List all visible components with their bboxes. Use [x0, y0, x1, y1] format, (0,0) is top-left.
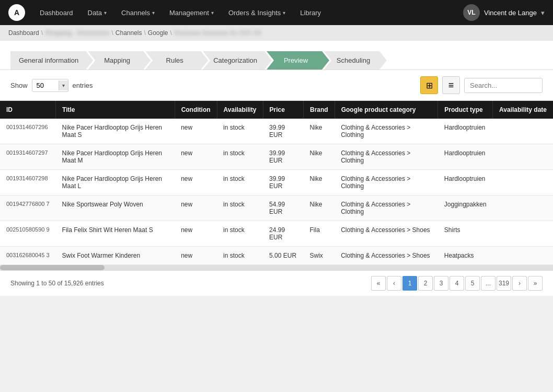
filter-icon: ≡: [448, 80, 454, 91]
breadcrumb-sep: \: [111, 29, 113, 37]
tab-scheduling[interactable]: Scheduling: [324, 51, 387, 70]
pagination-page-2[interactable]: 2: [418, 276, 433, 291]
cell-id: 0019314607297: [0, 144, 56, 170]
col-availability-date: Availability date: [493, 101, 553, 119]
table-row: 001942776800 7Nike Sportswear Poly Woven…: [0, 195, 553, 221]
search-input[interactable]: [464, 78, 543, 93]
tab-rules[interactable]: Rules: [145, 51, 208, 70]
nav-channels[interactable]: Channels ▾: [115, 6, 161, 20]
cell-price: 39.99 EUR: [263, 170, 303, 195]
cell-price: 5.00 EUR: [263, 247, 303, 265]
tab-mapping[interactable]: Mapping: [88, 51, 151, 70]
tab-preview[interactable]: Preview: [267, 51, 329, 70]
cell-availability-date: [493, 221, 553, 247]
cell-id: 0019314607298: [0, 170, 56, 195]
cell-title: Fila Felix Shirt Wit Heren Maat S: [56, 221, 175, 247]
cell-brand: Nike: [304, 195, 335, 221]
tabs-section: General information Mapping Rules Catego…: [0, 41, 553, 70]
cell-availability: in stock: [217, 195, 263, 221]
pagination-page-5[interactable]: 5: [465, 276, 480, 291]
pagination-first[interactable]: «: [371, 276, 386, 291]
grid-view-button[interactable]: ⊞: [420, 76, 438, 94]
cell-condition: new: [175, 221, 217, 247]
col-price: Price: [263, 101, 303, 119]
breadcrumb-dashboard[interactable]: Dashboard: [8, 29, 39, 37]
cell-id: 001942776800 7: [0, 195, 56, 221]
cell-google-category: Clothing & Accessories > Clothing: [335, 119, 438, 144]
data-table-wrap: ID Title Condition Availability Price Br…: [0, 101, 553, 265]
col-google-category: Google product category: [335, 101, 438, 119]
table-row: 0019314607298Nike Pacer Hardlooptop Grij…: [0, 170, 553, 195]
col-product-type: Product type: [438, 101, 493, 119]
cell-availability-date: [493, 195, 553, 221]
col-brand: Brand: [304, 101, 335, 119]
cell-condition: new: [175, 170, 217, 195]
pagination-page-4[interactable]: 4: [450, 276, 464, 291]
chevron-down-icon: ▾: [283, 10, 285, 16]
toolbar: Show 50 25 100 ▾ entries ⊞ ≡: [0, 70, 553, 101]
cell-brand: Nike: [304, 144, 335, 170]
cell-google-category: Clothing & Accessories > Clothing: [335, 144, 438, 170]
horizontal-scrollbar[interactable]: [0, 265, 553, 270]
cell-availability-date: [493, 144, 553, 170]
grid-icon: ⊞: [426, 80, 433, 90]
col-condition: Condition: [175, 101, 217, 119]
nav-orders-insights[interactable]: Orders & Insights ▾: [222, 6, 292, 20]
filter-button[interactable]: ≡: [442, 76, 460, 94]
breadcrumb-channels[interactable]: Channels: [116, 29, 142, 37]
cell-availability: in stock: [217, 247, 263, 265]
show-entries-select[interactable]: 50 25 100: [32, 79, 59, 91]
cell-title: Swix Foot Warmer Kinderen: [56, 247, 175, 265]
breadcrumb-google[interactable]: Google: [148, 29, 168, 37]
cell-title: Nike Pacer Hardlooptop Grijs Heren Maat …: [56, 119, 175, 144]
pagination-next[interactable]: ›: [512, 276, 527, 291]
cell-google-category: Clothing & Accessories > Clothing: [335, 170, 438, 195]
pagination-page-319[interactable]: 319: [497, 276, 511, 291]
cell-condition: new: [175, 119, 217, 144]
tab-categorization[interactable]: Categorization: [203, 51, 272, 70]
tab-general-information[interactable]: General information: [10, 51, 93, 70]
cell-google-category: Clothing & Accessories > Clothing: [335, 195, 438, 221]
pagination: « ‹ 1 2 3 4 5 ... 319 › »: [371, 276, 543, 291]
nav-library[interactable]: Library: [294, 6, 327, 20]
cell-product-type: Shirts: [438, 221, 493, 247]
cell-availability: in stock: [217, 119, 263, 144]
col-title: Title: [56, 101, 175, 119]
breadcrumb-sep: \: [41, 29, 43, 37]
table-header-row: ID Title Condition Availability Price Br…: [0, 101, 553, 119]
select-chevron-icon[interactable]: ▾: [59, 80, 68, 90]
pagination-prev[interactable]: ‹: [387, 276, 401, 291]
chevron-down-icon: ▾: [541, 9, 545, 17]
cell-price: 24.99 EUR: [263, 221, 303, 247]
cell-title: Nike Sportswear Poly Woven: [56, 195, 175, 221]
cell-brand: Swix: [304, 247, 335, 265]
cell-title: Nike Pacer Hardlooptop Grijs Heren Maat …: [56, 144, 175, 170]
cell-product-type: Heatpacks: [438, 247, 493, 265]
pagination-page-3[interactable]: 3: [434, 276, 448, 291]
user-menu[interactable]: VL Vincent de Lange ▾: [463, 4, 545, 21]
cell-condition: new: [175, 247, 217, 265]
pagination-ellipsis: ...: [481, 276, 496, 291]
cell-brand: Nike: [304, 119, 335, 144]
pagination-page-1[interactable]: 1: [402, 276, 417, 291]
avatar: VL: [463, 4, 480, 21]
table-row: 002510580590 9Fila Felix Shirt Wit Heren…: [0, 221, 553, 247]
cell-condition: new: [175, 195, 217, 221]
nav-management[interactable]: Management ▾: [163, 6, 220, 20]
nav-data[interactable]: Data ▾: [82, 6, 113, 20]
app-logo[interactable]: A: [8, 4, 25, 21]
cell-price: 39.99 EUR: [263, 119, 303, 144]
nav-dashboard[interactable]: Dashboard: [33, 6, 79, 20]
cell-price: 39.99 EUR: [263, 144, 303, 170]
cell-availability: in stock: [217, 144, 263, 170]
scrollbar-thumb[interactable]: [0, 265, 105, 270]
cell-condition: new: [175, 144, 217, 170]
cell-id: 0019314607296: [0, 119, 56, 144]
table-row: 003162680045 3Swix Foot Warmer Kinderenn…: [0, 247, 553, 265]
cell-product-type: Hardlooptruien: [438, 170, 493, 195]
user-name: Vincent de Lange: [484, 9, 537, 17]
breadcrumb: Dashboard \ Shopping - Xxxxxxxxxx \ Chan…: [0, 25, 553, 41]
showing-entries-text: Showing 1 to 50 of 15,926 entries: [10, 280, 104, 287]
pagination-last[interactable]: »: [528, 276, 543, 291]
cell-product-type: Joggingpakken: [438, 195, 493, 221]
